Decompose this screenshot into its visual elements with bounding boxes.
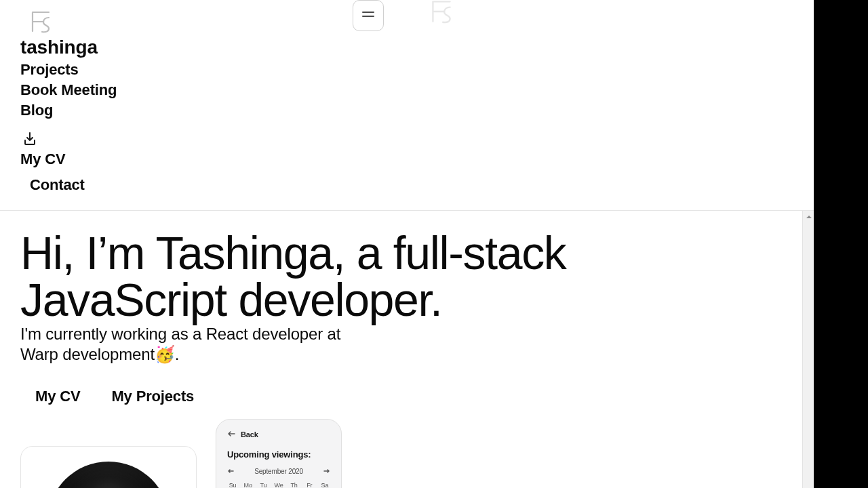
main-scroll-region: Hi, I’m Tashinga, a full-stack JavaScrip… [0,211,814,488]
hero-cards: Back Upcoming viewings: September 2020 S… [0,419,814,488]
phone-month-label: September 2020 [254,468,303,475]
phone-day: Mo [243,482,254,488]
phone-title: Upcoming viewings: [227,449,330,460]
hero: Hi, I’m Tashinga, a full-stack JavaScrip… [0,211,746,405]
hero-title: Hi, I’m Tashinga, a full-stack JavaScrip… [20,230,726,324]
brand-name: tashinga [20,37,793,58]
hero-projects-button[interactable]: My Projects [111,388,194,405]
hero-actions: My CV My Projects [35,388,726,405]
brand-logo-icon [28,8,793,35]
phone-day: Fr [304,482,315,488]
nav-cv[interactable]: My CV [20,131,793,168]
hero-cv-button[interactable]: My CV [35,388,80,405]
page-content: tashinga Projects Book Meeting Blog My C… [0,0,814,488]
nav-book-meeting[interactable]: Book Meeting [20,81,793,99]
calendar-prev-icon [227,468,234,475]
portrait-card [20,446,197,488]
contact-button[interactable]: Contact [28,174,86,197]
header: tashinga Projects Book Meeting Blog My C… [0,0,814,211]
phone-day: Th [289,482,300,488]
hero-subtitle: I'm currently working as a React develop… [20,324,346,365]
nav-blog[interactable]: Blog [20,102,793,119]
phone-day: Tu [258,482,269,488]
calendar-next-icon [323,468,330,475]
scrollbar[interactable] [802,211,814,488]
phone-back-label: Back [241,430,258,439]
menu-toggle-button[interactable] [353,0,384,31]
arrow-left-icon [227,430,235,439]
phone-day: We [273,482,284,488]
brand-logo-ghost-icon [429,0,454,26]
phone-days-row: Su Mo Tu We Th Fr Sa [227,482,330,488]
right-black-panel [814,0,868,488]
phone-back-row: Back [227,430,330,439]
nav-cv-label: My CV [20,150,793,168]
phone-day: Sa [319,482,330,488]
phone-calendar-header: September 2020 [227,468,330,475]
phone-mock-card: Back Upcoming viewings: September 2020 S… [216,419,342,488]
scroll-up-icon [803,211,814,222]
nav-projects[interactable]: Projects [20,61,793,79]
phone-day: Su [227,482,238,488]
hamburger-icon [361,9,375,22]
avatar [47,462,170,488]
nav-list: Projects Book Meeting Blog [20,61,793,119]
download-icon [23,131,793,149]
